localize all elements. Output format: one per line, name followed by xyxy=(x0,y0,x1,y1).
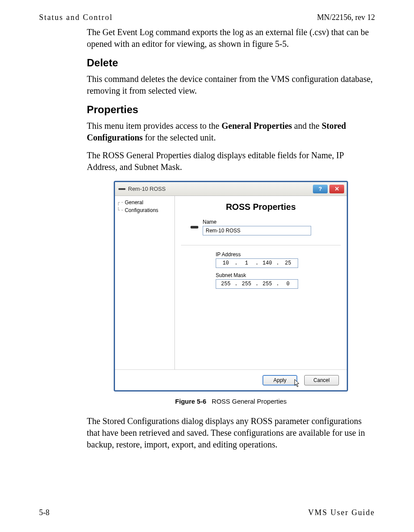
titlebar-left: Rem-10 ROSS xyxy=(118,186,166,192)
properties-p1: This menu item provides access to the Ge… xyxy=(87,120,375,144)
ip-dot: . xyxy=(235,281,238,287)
name-input[interactable] xyxy=(203,226,311,235)
ip-octet-1[interactable]: 10 xyxy=(219,260,233,266)
subnet-mask-input[interactable]: 255 . 255 . 255 . 0 xyxy=(216,279,298,289)
subnet-mask-label: Subnet Mask xyxy=(216,272,341,278)
dialog-icon xyxy=(118,188,125,190)
device-icon xyxy=(191,226,198,228)
close-icon: ✕ xyxy=(335,186,339,192)
name-label: Name xyxy=(203,219,311,225)
apply-button-label: Apply xyxy=(273,377,286,383)
tree-connector-icon: ┌╶ xyxy=(117,199,123,206)
p1-mid: and the xyxy=(292,121,322,131)
ip-dot: . xyxy=(235,260,238,266)
intro-paragraph: The Get Event Log command exports the lo… xyxy=(87,26,375,50)
figure-caption-text: ROSS General Properties xyxy=(212,398,287,405)
ip-octet-3[interactable]: 140 xyxy=(260,260,275,266)
cursor-pointer-icon xyxy=(294,379,301,388)
ip-octet-2[interactable]: 1 xyxy=(240,260,254,266)
footer-doc-title: VMS User Guide xyxy=(308,508,375,517)
figure-caption: Figure 5-6 ROSS General Properties xyxy=(175,398,287,405)
separator xyxy=(181,245,341,245)
dialog-titlebar[interactable]: Rem-10 ROSS ? ✕ xyxy=(115,182,347,196)
help-icon: ? xyxy=(319,186,322,192)
ip-dot: . xyxy=(276,281,279,287)
dialog-footer: Apply Cancel xyxy=(115,369,347,390)
ip-dot: . xyxy=(255,281,258,287)
after-figure-paragraph: The Stored Configurations dialog display… xyxy=(87,415,375,450)
titlebar-buttons: ? ✕ xyxy=(313,185,344,193)
apply-button[interactable]: Apply xyxy=(263,375,297,385)
header-doc-number: MN/22156, rev 12 xyxy=(317,13,375,22)
mask-octet-2[interactable]: 255 xyxy=(240,281,254,287)
running-footer: 5-8 VMS User Guide xyxy=(39,508,375,517)
ip-address-label: IP Address xyxy=(216,251,341,258)
tree-item-general[interactable]: ┌╶ General xyxy=(117,199,173,206)
properties-p2: The ROSS General Properties dialog displ… xyxy=(87,150,375,173)
ip-dot: . xyxy=(255,260,258,266)
name-row: Name xyxy=(191,219,341,235)
figure-5-6: Rem-10 ROSS ? ✕ ┌╶ General xyxy=(87,181,375,405)
figure-label: Figure 5-6 xyxy=(175,398,207,405)
cancel-button[interactable]: Cancel xyxy=(304,375,339,385)
ip-octet-4[interactable]: 25 xyxy=(281,260,295,266)
tree-connector-icon: └╶ xyxy=(117,206,123,214)
dialog-title: Rem-10 ROSS xyxy=(128,186,166,192)
p1-pre: This menu item provides access to the xyxy=(87,121,221,131)
mask-octet-3[interactable]: 255 xyxy=(260,281,275,287)
p1-bold1: General Properties xyxy=(221,121,292,131)
header-section-title: Status and Control xyxy=(39,13,113,22)
dialog-body: ┌╶ General └╶ Configurations ROSS Proper… xyxy=(115,196,347,369)
delete-heading: Delete xyxy=(87,57,375,69)
properties-heading: Properties xyxy=(87,104,375,116)
tree-label-configurations: Configurations xyxy=(125,206,158,214)
close-button[interactable]: ✕ xyxy=(329,185,344,193)
cancel-button-label: Cancel xyxy=(313,377,329,383)
p1-post: for the selected unit. xyxy=(143,133,216,142)
tree-label-general: General xyxy=(125,199,143,206)
tree-pane: ┌╶ General └╶ Configurations xyxy=(115,196,175,369)
ross-properties-dialog: Rem-10 ROSS ? ✕ ┌╶ General xyxy=(114,181,348,392)
help-button[interactable]: ? xyxy=(313,185,328,193)
mask-octet-1[interactable]: 255 xyxy=(219,281,233,287)
ip-address-input[interactable]: 10 . 1 . 140 . 25 xyxy=(216,258,298,268)
running-header: Status and Control MN/22156, rev 12 xyxy=(39,13,375,22)
delete-body: This command deletes the device containe… xyxy=(87,73,375,97)
tree-item-configurations[interactable]: └╶ Configurations xyxy=(117,206,173,214)
page-number: 5-8 xyxy=(39,508,49,517)
ip-group: IP Address 10 . 1 . 140 . 25 Subnet Mask xyxy=(216,251,341,289)
ip-dot: . xyxy=(276,260,279,266)
properties-pane: ROSS Properties Name IP Address 10 xyxy=(175,196,347,369)
pane-title: ROSS Properties xyxy=(181,202,341,212)
mask-octet-4[interactable]: 0 xyxy=(281,281,295,287)
